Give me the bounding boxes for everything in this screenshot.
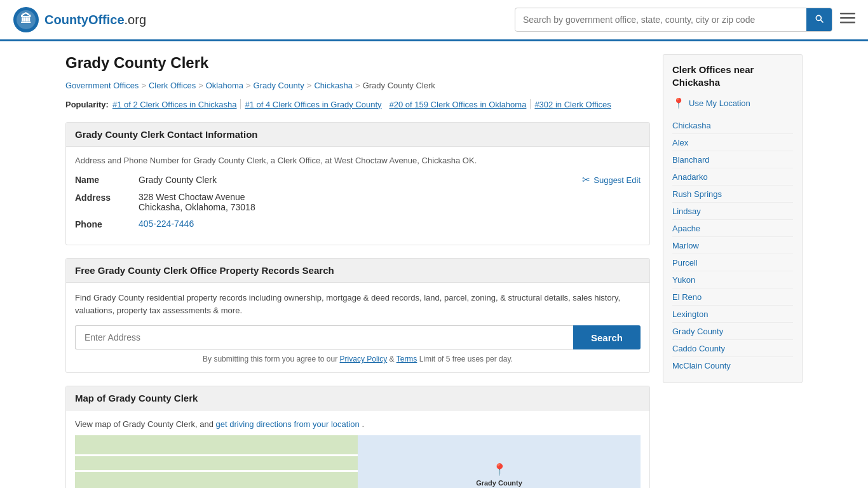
sidebar-link-mcclain-county: McClain County: [672, 357, 793, 374]
phone-link[interactable]: 405-224-7446: [139, 219, 194, 229]
property-search-button[interactable]: Search: [573, 325, 641, 349]
sidebar-link-marlow: Marlow: [672, 237, 793, 254]
sidebar-title: Clerk Offices near Chickasha: [672, 64, 793, 88]
property-search-body: Find Grady County residential property r…: [66, 283, 649, 372]
sidebar-link-blanchard-anchor[interactable]: Blanchard: [672, 155, 710, 165]
map-section-header: Map of Grady County Clerk: [66, 386, 649, 410]
contact-phone-row: Phone 405-224-7446: [75, 219, 641, 229]
map-right-label-line1: Grady County: [476, 479, 522, 487]
page-title: Grady County Clerk: [65, 54, 650, 72]
nearby-locations-list: Chickasha Alex Blanchard Anadarko Rush S…: [672, 117, 793, 374]
property-search-header: Free Grady County Clerk Office Property …: [66, 259, 649, 283]
sidebar-link-lindsay-anchor[interactable]: Lindsay: [672, 207, 701, 216]
contact-section: Grady County Clerk Contact Information A…: [65, 122, 650, 245]
property-search-description: Find Grady County residential property r…: [75, 292, 641, 316]
contact-description: Address and Phone Number for Grady Count…: [75, 156, 641, 165]
address-value: 328 West Choctaw Avenue Chickasha, Oklah…: [139, 192, 641, 212]
disclaimer-limit-text: Limit of 5 free uses per day.: [419, 355, 513, 363]
sidebar-link-apache-anchor[interactable]: Apache: [672, 224, 700, 233]
contact-section-header: Grady County Clerk Contact Information: [66, 123, 649, 147]
breadcrumb-sep-4: >: [307, 81, 312, 90]
sidebar-link-purcell: Purcell: [672, 254, 793, 271]
svg-text:🏛: 🏛: [20, 12, 32, 25]
popularity-divider-2: [530, 99, 531, 109]
sidebar-link-chickasha: Chickasha: [672, 117, 793, 134]
sidebar-link-blanchard: Blanchard: [672, 151, 793, 168]
sidebar-link-chickasha-anchor[interactable]: Chickasha: [672, 121, 711, 130]
content-area: Grady County Clerk Government Offices > …: [65, 54, 650, 488]
sidebar-link-rush-springs: Rush Springs: [672, 186, 793, 203]
sidebar-link-rush-springs-anchor[interactable]: Rush Springs: [672, 189, 722, 199]
breadcrumb-sep-1: >: [141, 81, 146, 90]
terms-link[interactable]: Terms: [397, 355, 417, 363]
sidebar-link-anadarko: Anadarko: [672, 168, 793, 186]
sidebar-link-el-reno-anchor[interactable]: El Reno: [672, 292, 702, 302]
svg-rect-5: [840, 22, 855, 24]
popularity-rank4[interactable]: #302 in Clerk Offices: [534, 100, 611, 109]
main-search-bar[interactable]: [515, 8, 832, 32]
popularity-rank1[interactable]: #1 of 2 Clerk Offices in Chickasha: [112, 100, 237, 109]
sidebar-link-el-reno: El Reno: [672, 288, 793, 306]
phone-label: Phone: [75, 219, 139, 229]
map-section-body: View map of Grady County Clerk, and get …: [66, 410, 649, 488]
sidebar-link-grady-county-anchor[interactable]: Grady County: [672, 327, 723, 336]
map-desc-end: .: [362, 419, 364, 429]
sidebar-link-mcclain-county-anchor[interactable]: McClain County: [672, 361, 731, 370]
address-search-form: Search: [75, 325, 641, 349]
breadcrumb-item-clerk-offices[interactable]: Clerk Offices: [149, 81, 196, 90]
sidebar-link-alex-anchor[interactable]: Alex: [672, 138, 688, 147]
address-line2: Chickasha, Oklahoma, 73018: [139, 202, 641, 212]
breadcrumb-sep-2: >: [198, 81, 203, 90]
map-left-panel: Grady County Courthouse: [75, 435, 358, 488]
breadcrumb-sep-3: >: [246, 81, 251, 90]
suggest-edit-link[interactable]: ✂ Suggest Edit: [582, 174, 641, 186]
sidebar-link-yukon-anchor[interactable]: Yukon: [672, 275, 695, 285]
breadcrumb-item-oklahoma[interactable]: Oklahoma: [206, 81, 243, 90]
logo-icon: 🏛: [13, 6, 39, 33]
main-search-button[interactable]: [806, 8, 832, 31]
sidebar-link-marlow-anchor[interactable]: Marlow: [672, 241, 699, 250]
sidebar: Clerk Offices near Chickasha 📍 Use My Lo…: [663, 54, 803, 488]
suggest-edit-label: Suggest Edit: [593, 175, 641, 185]
driving-directions-link[interactable]: get driving directions from your locatio…: [216, 419, 360, 429]
sidebar-link-caddo-county: Caddo County: [672, 340, 793, 357]
edit-icon: ✂: [582, 174, 590, 186]
sidebar-link-lindsay: Lindsay: [672, 203, 793, 220]
form-disclaimer: By submitting this form you agree to our…: [75, 355, 641, 363]
property-search-section: Free Grady County Clerk Office Property …: [65, 258, 650, 373]
breadcrumb-item-chickasha[interactable]: Chickasha: [314, 81, 353, 90]
main-search-input[interactable]: [515, 10, 806, 30]
sidebar-link-anadarko-anchor[interactable]: Anadarko: [672, 172, 708, 182]
sidebar-link-lexington-anchor[interactable]: Lexington: [672, 309, 708, 319]
sidebar-link-purcell-anchor[interactable]: Purcell: [672, 258, 698, 268]
contact-name-row: Name Grady County Clerk ✂ Suggest Edit: [75, 174, 641, 186]
map-road-1: [75, 454, 358, 456]
breadcrumb-item-government-offices[interactable]: Government Offices: [65, 81, 139, 90]
sidebar-link-caddo-county-anchor[interactable]: Caddo County: [672, 344, 725, 353]
location-pin-icon: 📍: [672, 97, 685, 109]
header-right: [515, 8, 855, 32]
hamburger-menu[interactable]: [840, 10, 855, 29]
address-search-input[interactable]: [75, 325, 573, 349]
popularity-rank2[interactable]: #1 of 4 Clerk Offices in Grady County: [245, 100, 381, 109]
popularity-rank3[interactable]: #20 of 159 Clerk Offices in Oklahoma: [390, 100, 527, 109]
privacy-policy-link[interactable]: Privacy Policy: [340, 355, 388, 363]
use-my-location-button[interactable]: 📍 Use My Location: [672, 97, 793, 109]
disclaimer-and: &: [390, 355, 397, 363]
breadcrumb-item-grady-county[interactable]: Grady County: [254, 81, 304, 90]
name-value-row: Grady County Clerk ✂ Suggest Edit: [139, 174, 641, 186]
map-description: View map of Grady County Clerk, and get …: [75, 419, 641, 429]
breadcrumb: Government Offices > Clerk Offices > Okl…: [65, 81, 650, 90]
use-my-location-label: Use My Location: [689, 98, 750, 108]
contact-section-body: Address and Phone Number for Grady Count…: [66, 147, 649, 245]
popularity-divider-1: [240, 99, 241, 109]
address-label: Address: [75, 192, 139, 203]
logo-area: 🏛 CountyOffice.org: [13, 6, 146, 33]
address-line1: 328 West Choctaw Avenue: [139, 192, 641, 202]
map-section: Map of Grady County Clerk View map of Gr…: [65, 386, 650, 488]
sidebar-link-alex: Alex: [672, 134, 793, 151]
breadcrumb-item-current: Grady County Clerk: [363, 81, 435, 90]
main-container: Grady County Clerk Government Offices > …: [53, 41, 815, 488]
popularity-bar: Popularity: #1 of 2 Clerk Offices in Chi…: [65, 99, 650, 109]
sidebar-link-grady-county: Grady County: [672, 323, 793, 340]
